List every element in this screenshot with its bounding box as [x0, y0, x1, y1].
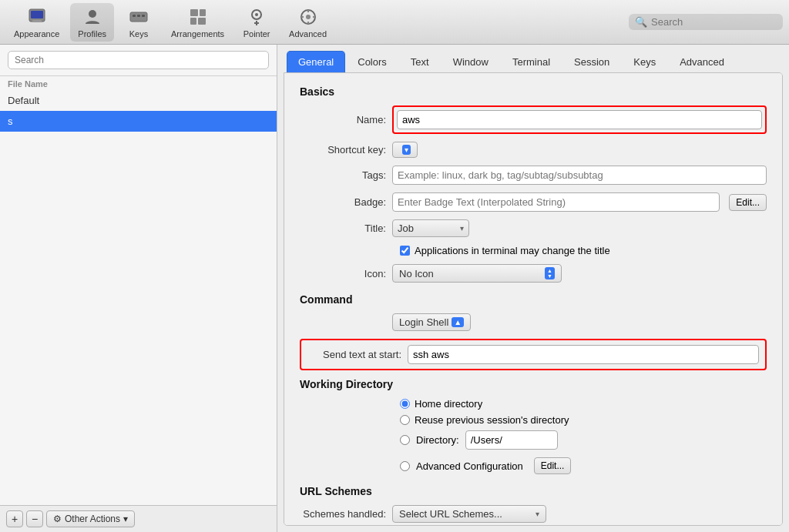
command-section: Command Login Shell ▲ Send text at start…: [300, 293, 767, 370]
toolbar: Appearance Profiles Keys: [0, 0, 789, 45]
tags-label: Tags:: [300, 169, 392, 181]
schemes-row: Schemes handled: Select URL Schemes... ▾: [300, 505, 767, 523]
toolbar-search-box[interactable]: 🔍: [629, 14, 783, 30]
title-select[interactable]: Job ▾: [392, 219, 469, 237]
other-actions-button[interactable]: ⚙ Other Actions ▾: [46, 510, 135, 527]
tab-advanced[interactable]: Advanced: [668, 51, 736, 72]
directory-radio[interactable]: [400, 435, 410, 445]
url-schemes-section: URL Schemes Schemes handled: Select URL …: [300, 485, 767, 523]
svg-rect-8: [190, 9, 198, 16]
tags-input[interactable]: [392, 166, 767, 185]
add-profile-button[interactable]: +: [6, 510, 23, 527]
directory-label: Directory:: [416, 434, 459, 446]
title-change-checkbox[interactable]: [400, 246, 410, 256]
toolbar-label-appearance: Appearance: [14, 29, 59, 38]
shortcut-dropdown[interactable]: ▾: [392, 142, 418, 158]
schemes-select[interactable]: Select URL Schemes... ▾: [392, 505, 546, 523]
icon-control: No Icon ▲ ▼: [392, 264, 562, 283]
toolbar-item-arrangements[interactable]: Arrangements: [163, 3, 232, 42]
name-highlight: [392, 105, 767, 134]
home-dir-radio[interactable]: [400, 399, 410, 409]
name-input[interactable]: [397, 110, 762, 129]
sidebar-search-input[interactable]: [8, 51, 269, 69]
icon-value: No Icon: [399, 268, 434, 279]
login-shell-arrow-icon: ▲: [452, 317, 464, 327]
name-label: Name:: [300, 114, 392, 125]
appearance-icon: [26, 6, 48, 28]
shortcut-row: Shortcut key: ▾: [300, 142, 767, 158]
login-shell-dropdown[interactable]: Login Shell ▲: [392, 313, 471, 331]
tab-text[interactable]: Text: [399, 51, 441, 72]
toolbar-label-pointer: Pointer: [243, 29, 270, 38]
advanced-config-edit-button[interactable]: Edit...: [534, 457, 572, 474]
sidebar-list-header: File Name: [0, 76, 277, 90]
tab-colors[interactable]: Colors: [346, 51, 398, 72]
profiles-icon: [82, 6, 103, 28]
name-row: Name:: [300, 105, 767, 134]
login-shell-control: Login Shell ▲: [392, 313, 767, 331]
shortcut-control: ▾: [392, 142, 767, 158]
advanced-config-row: Advanced Configuration Edit...: [400, 457, 767, 474]
toolbar-label-advanced: Advanced: [289, 29, 327, 38]
tab-terminal[interactable]: Terminal: [501, 51, 562, 72]
toolbar-item-profiles[interactable]: Profiles: [70, 3, 114, 42]
svg-rect-9: [200, 9, 206, 16]
svg-rect-5: [133, 15, 136, 17]
tab-keys[interactable]: Keys: [622, 51, 667, 72]
sidebar-item-default[interactable]: Default: [0, 90, 277, 111]
tab-general[interactable]: General: [287, 51, 345, 72]
shortcut-chevron-icon: ▾: [402, 145, 411, 155]
directory-row: Directory:: [300, 430, 767, 450]
svg-rect-1: [31, 11, 43, 18]
advanced-config-label: Advanced Configuration: [416, 460, 523, 472]
reuse-session-radio[interactable]: [400, 415, 410, 425]
toolbar-item-advanced[interactable]: Advanced: [281, 3, 334, 42]
badge-input[interactable]: [392, 192, 720, 212]
gear-icon: ⚙: [53, 514, 62, 524]
svg-rect-11: [198, 18, 206, 25]
title-control: Job ▾: [392, 219, 767, 237]
svg-rect-7: [142, 15, 145, 17]
toolbar-label-keys: Keys: [129, 29, 148, 38]
svg-rect-10: [190, 18, 196, 25]
working-dir-title: Working Directory: [300, 378, 767, 390]
tab-session[interactable]: Session: [562, 51, 621, 72]
title-checkbox-row: Applications in terminal may change the …: [400, 245, 767, 256]
other-actions-label: Other Actions: [65, 514, 120, 524]
svg-point-13: [255, 13, 258, 16]
directory-input[interactable]: [465, 430, 558, 450]
tab-window[interactable]: Window: [442, 51, 500, 72]
title-row: Title: Job ▾: [300, 219, 767, 237]
send-text-row: Send text at start:: [300, 339, 767, 370]
title-chevron-icon: ▾: [460, 224, 464, 233]
icon-stepper-icon: ▲ ▼: [545, 267, 555, 279]
shortcut-label: Shortcut key:: [300, 144, 392, 156]
toolbar-item-pointer[interactable]: Pointer: [235, 3, 278, 42]
svg-point-17: [306, 15, 311, 19]
url-schemes-title: URL Schemes: [300, 485, 767, 497]
search-icon: 🔍: [635, 16, 647, 28]
schemes-label: Schemes handled:: [300, 508, 392, 520]
send-text-label: Send text at start:: [307, 349, 408, 360]
sidebar-bottom-bar: + − ⚙ Other Actions ▾: [0, 505, 277, 532]
home-dir-label: Home directory: [415, 398, 482, 410]
advanced-icon: [297, 6, 319, 28]
login-shell-value: Login Shell: [399, 316, 448, 328]
advanced-config-radio[interactable]: [400, 461, 410, 471]
sidebar-search-area: [0, 45, 277, 76]
directory-control-wrapper: Directory:: [400, 430, 558, 450]
basics-title: Basics: [300, 85, 767, 98]
icon-select-box[interactable]: No Icon ▲ ▼: [392, 264, 562, 283]
send-text-input[interactable]: [408, 345, 759, 364]
badge-edit-button[interactable]: Edit...: [729, 194, 767, 211]
toolbar-item-appearance[interactable]: Appearance: [6, 3, 67, 42]
remove-profile-button[interactable]: −: [26, 510, 43, 527]
badge-control: Edit...: [392, 192, 767, 212]
content-area: General Colors Text Window Terminal Sess…: [277, 45, 789, 532]
toolbar-item-keys[interactable]: Keys: [117, 3, 160, 42]
toolbar-search-input[interactable]: [651, 16, 777, 28]
icon-label: Icon:: [300, 268, 392, 279]
settings-panel: Basics Name: Shortcut key: ▾: [284, 72, 783, 526]
schemes-chevron-icon: ▾: [536, 510, 539, 518]
sidebar-item-s[interactable]: s: [0, 111, 277, 132]
